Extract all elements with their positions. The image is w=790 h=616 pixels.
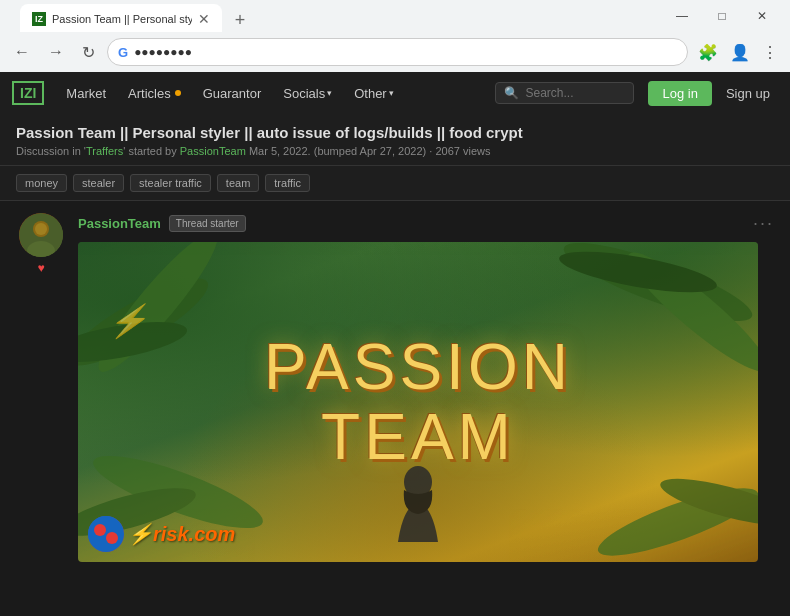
avatar-column: ♥ (16, 213, 66, 562)
tag-stealer[interactable]: stealer (73, 174, 124, 192)
tab-favicon: IZ (32, 12, 46, 26)
google-icon: G (118, 45, 128, 60)
post-options-button[interactable]: ··· (753, 213, 774, 234)
menu-button[interactable]: ⋮ (758, 39, 782, 66)
site-navigation: IZI Market Articles Guarantor Socials ▾ … (0, 72, 790, 114)
forum-link[interactable]: Traffers (86, 145, 123, 157)
articles-notification-dot (175, 90, 181, 96)
site-logo[interactable]: IZI (12, 81, 44, 105)
post-title: Passion Team || Personal styler || auto … (16, 124, 774, 141)
passion-text: PASSION TEAM (264, 332, 572, 473)
post-image: PASSION TEAM ⚡ (78, 242, 758, 562)
browser-frame: IZ Passion Team || Personal styler ||...… (0, 0, 790, 616)
forward-button[interactable]: → (42, 39, 70, 65)
site-content: IZI Market Articles Guarantor Socials ▾ … (0, 72, 790, 616)
search-icon: 🔍 (504, 86, 519, 100)
nav-articles[interactable]: Articles (120, 82, 189, 105)
nav-socials[interactable]: Socials ▾ (275, 82, 340, 105)
svg-point-16 (94, 524, 106, 536)
search-bar[interactable]: 🔍 (495, 82, 634, 104)
hooded-figure-icon (388, 462, 448, 542)
watermark: ⚡risk.com (88, 516, 235, 552)
navigation-bar: ← → ↻ G ●●●●●●●● 🧩 👤 ⋮ (0, 32, 790, 72)
profile-button[interactable]: 👤 (726, 39, 754, 66)
url-text: ●●●●●●●● (134, 45, 192, 59)
thread-starter-badge: Thread starter (169, 215, 246, 232)
title-bar: IZ Passion Team || Personal styler ||...… (0, 0, 790, 32)
refresh-button[interactable]: ↻ (76, 39, 101, 66)
tag-stealer-traffic[interactable]: stealer traffic (130, 174, 211, 192)
avatar-heart-icon: ♥ (37, 261, 44, 275)
new-tab-button[interactable]: + (226, 6, 254, 34)
post-header: Passion Team || Personal styler || auto … (0, 114, 790, 166)
tag-traffic[interactable]: traffic (265, 174, 310, 192)
minimize-button[interactable]: — (662, 0, 702, 32)
post-body: ♥ PassionTeam Thread starter ··· (0, 201, 790, 574)
nav-icons: 🧩 👤 ⋮ (694, 39, 782, 66)
login-button[interactable]: Log in (648, 81, 711, 106)
close-button[interactable]: ✕ (742, 0, 782, 32)
nav-market[interactable]: Market (58, 82, 114, 105)
nav-other[interactable]: Other ▾ (346, 82, 402, 105)
tag-team[interactable]: team (217, 174, 259, 192)
active-tab[interactable]: IZ Passion Team || Personal styler ||...… (20, 4, 222, 34)
tab-bar: IZ Passion Team || Personal styler ||...… (20, 0, 650, 34)
tab-close-button[interactable]: ✕ (198, 11, 210, 27)
avatar (19, 213, 63, 257)
post-meta: Discussion in 'Traffers' started by Pass… (16, 145, 774, 157)
watermark-logo-icon (88, 516, 124, 552)
passion-title-line1: PASSION (264, 332, 572, 402)
post-content: PassionTeam Thread starter ··· (78, 213, 774, 562)
search-input[interactable] (525, 86, 625, 100)
tags-row: money stealer stealer traffic team traff… (0, 166, 790, 201)
address-bar[interactable]: G ●●●●●●●● (107, 38, 688, 66)
nav-guarantor[interactable]: Guarantor (195, 82, 270, 105)
extensions-button[interactable]: 🧩 (694, 39, 722, 66)
window-controls-right: — □ ✕ (662, 0, 782, 32)
post-username[interactable]: PassionTeam (78, 216, 161, 231)
tag-money[interactable]: money (16, 174, 67, 192)
svg-point-15 (88, 516, 124, 552)
watermark-site-text: ⚡risk.com (128, 521, 235, 547)
back-button[interactable]: ← (8, 39, 36, 65)
signup-button[interactable]: Sign up (718, 81, 778, 106)
svg-point-17 (106, 532, 118, 544)
tab-title: Passion Team || Personal styler ||... (52, 13, 192, 25)
post-user-row: PassionTeam Thread starter ··· (78, 213, 774, 234)
svg-point-3 (35, 223, 47, 235)
author-link[interactable]: PassionTeam (180, 145, 246, 157)
maximize-button[interactable]: □ (702, 0, 742, 32)
watermark-logo-text: ⚡ (108, 302, 146, 340)
